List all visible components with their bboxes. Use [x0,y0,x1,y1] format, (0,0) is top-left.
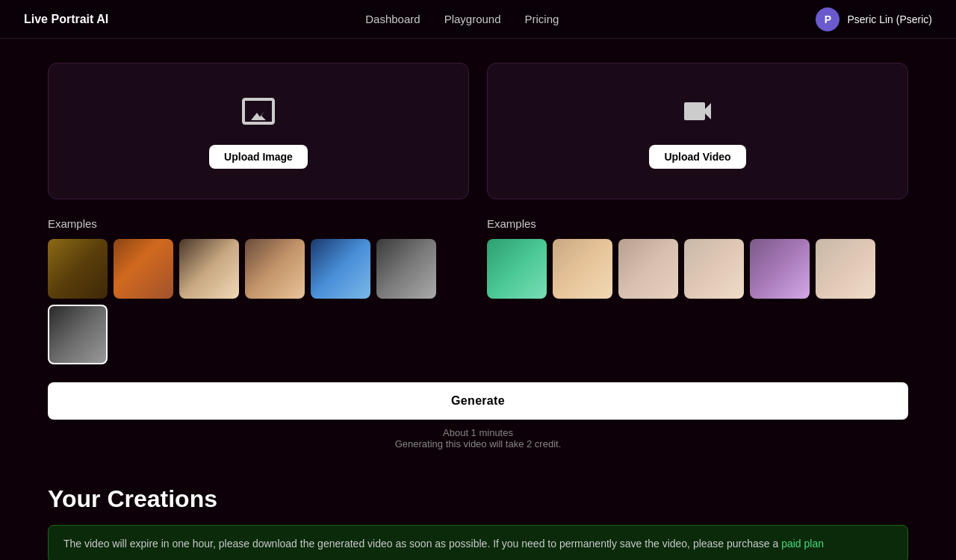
video-examples-label: Examples [487,217,908,230]
app-logo: Live Portrait AI [24,13,108,26]
paid-plan-link[interactable]: paid plan [781,538,824,550]
video-examples-list [487,239,908,299]
examples-row: Examples Examples [48,217,908,364]
nav-link-pricing[interactable]: Pricing [525,13,559,25]
image-examples-section: Examples [48,217,469,364]
example-image-einstein-selected[interactable] [48,305,108,364]
example-video-face3[interactable] [618,239,678,299]
image-examples-label: Examples [48,217,469,230]
generate-info: About 1 minutes Generating this video wi… [48,427,908,449]
generate-credit: Generating this video will take 2 credit… [48,438,908,449]
example-video-face2[interactable] [553,239,612,299]
nav-link-playground[interactable]: Playground [444,13,501,25]
creations-title: Your Creations [48,485,908,513]
nav-link-dashboard[interactable]: Dashboard [365,13,420,25]
video-icon [680,93,716,136]
example-image-pearl[interactable] [179,239,239,299]
upload-image-card[interactable]: Upload Image [48,63,469,199]
example-image-doll[interactable] [114,239,173,299]
example-image-mona[interactable] [48,239,108,299]
image-icon [240,93,276,136]
upload-row: Upload Image Upload Video [48,63,908,199]
avatar: P [816,7,839,31]
upload-video-button[interactable]: Upload Video [649,145,745,169]
upload-video-card[interactable]: Upload Video [487,63,908,199]
video-examples-section: Examples [487,217,908,364]
generate-button[interactable]: Generate [48,382,908,420]
example-video-face5[interactable] [750,239,810,299]
nav-user: P Pseric Lin (Pseric) [816,7,932,31]
example-video-face1[interactable] [487,239,547,299]
nav-links: Dashboard Playground Pricing [365,13,559,25]
example-video-face6[interactable] [816,239,875,299]
upload-image-button[interactable]: Upload Image [209,145,308,169]
example-image-einstein[interactable] [376,239,436,299]
image-examples-list [48,239,469,364]
example-image-animated[interactable] [311,239,370,299]
notice-text: The video will expire in one hour, pleas… [63,538,781,550]
generate-time: About 1 minutes [48,427,908,438]
example-image-child[interactable] [245,239,305,299]
username: Pseric Lin (Pseric) [847,13,932,25]
notice-banner: The video will expire in one hour, pleas… [48,525,908,560]
creations-section: Your Creations The video will expire in … [48,485,908,560]
generate-section: Generate About 1 minutes Generating this… [48,382,908,449]
example-video-face4[interactable] [684,239,744,299]
